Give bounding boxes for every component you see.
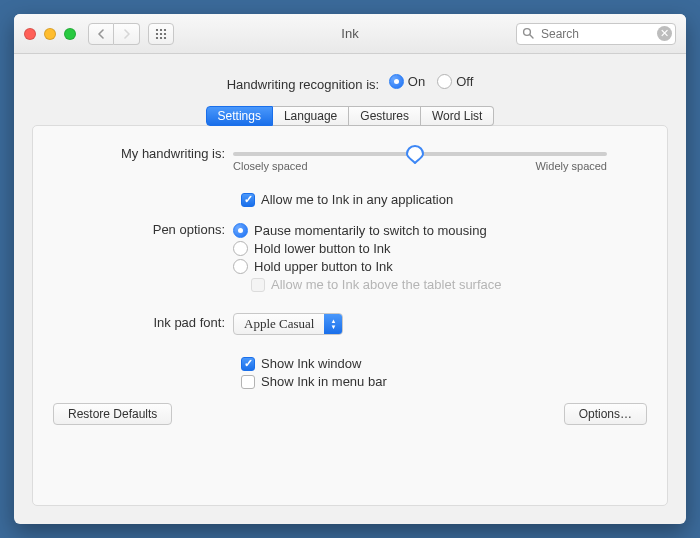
- zoom-button[interactable]: [64, 28, 76, 40]
- panel-footer: Restore Defaults Options…: [53, 403, 647, 425]
- handwriting-row: My handwriting is: Closely spaced Widely…: [53, 144, 647, 184]
- svg-point-5: [164, 32, 166, 34]
- checkbox-icon: [241, 375, 255, 389]
- svg-point-7: [160, 36, 162, 38]
- above-surface-checkbox: Allow me to Ink above the tablet surface: [233, 277, 647, 292]
- font-value: Apple Casual: [234, 316, 324, 332]
- chevron-left-icon: [97, 29, 105, 39]
- clear-search-button[interactable]: ✕: [657, 26, 672, 41]
- nav-buttons: [88, 23, 140, 45]
- slider-thumb-icon: [405, 144, 425, 164]
- window-controls: [24, 28, 76, 40]
- radio-icon: [233, 241, 248, 256]
- checkbox-icon: [251, 278, 265, 292]
- pen-option-lower-label: Hold lower button to Ink: [254, 241, 391, 256]
- chevron-right-icon: [123, 29, 131, 39]
- show-menubar-checkbox[interactable]: Show Ink in menu bar: [241, 374, 647, 389]
- svg-line-10: [530, 34, 533, 37]
- show-menubar-label: Show Ink in menu bar: [261, 374, 387, 389]
- chevron-up-down-icon: ▲▼: [324, 314, 342, 334]
- pen-option-pause-label: Pause momentarily to switch to mousing: [254, 223, 487, 238]
- radio-icon: [233, 259, 248, 274]
- show-window-label: Show Ink window: [261, 356, 361, 371]
- show-window-checkbox[interactable]: Show Ink window: [241, 356, 647, 371]
- forward-button[interactable]: [114, 23, 140, 45]
- tab-gestures[interactable]: Gestures: [349, 106, 421, 126]
- pen-option-upper-label: Hold upper button to Ink: [254, 259, 393, 274]
- pen-option-lower-radio[interactable]: Hold lower button to Ink: [233, 241, 647, 256]
- pen-option-pause-radio[interactable]: Pause momentarily to switch to mousing: [233, 223, 647, 238]
- radio-icon: [233, 223, 248, 238]
- font-label: Ink pad font:: [53, 313, 233, 330]
- checkbox-icon: [241, 193, 255, 207]
- preferences-window: Ink ✕ Handwriting recognition is: On Off: [14, 14, 686, 524]
- radio-icon: [437, 74, 452, 89]
- slider-max-label: Widely spaced: [535, 160, 607, 172]
- tab-language[interactable]: Language: [273, 106, 349, 126]
- search-wrap: ✕: [516, 23, 676, 45]
- slider-min-label: Closely spaced: [233, 160, 308, 172]
- recognition-on-label: On: [408, 74, 425, 89]
- svg-point-2: [164, 28, 166, 30]
- radio-icon: [389, 74, 404, 89]
- tab-settings[interactable]: Settings: [206, 106, 273, 126]
- pen-option-upper-radio[interactable]: Hold upper button to Ink: [233, 259, 647, 274]
- tab-word-list[interactable]: Word List: [421, 106, 494, 126]
- recognition-on-radio[interactable]: On: [389, 74, 425, 89]
- settings-panel: My handwriting is: Closely spaced Widely…: [32, 125, 668, 506]
- close-button[interactable]: [24, 28, 36, 40]
- svg-point-4: [160, 32, 162, 34]
- pen-options-row: Pen options: Pause momentarily to switch…: [53, 220, 647, 295]
- svg-point-0: [156, 28, 158, 30]
- search-input[interactable]: [516, 23, 676, 45]
- recognition-off-label: Off: [456, 74, 473, 89]
- show-all-button[interactable]: [148, 23, 174, 45]
- checkbox-icon: [241, 357, 255, 371]
- font-row: Ink pad font: Apple Casual ▲▼: [53, 313, 647, 335]
- above-surface-label: Allow me to Ink above the tablet surface: [271, 277, 502, 292]
- slider-thumb[interactable]: [405, 144, 425, 164]
- recognition-radiogroup: On Off: [383, 74, 473, 89]
- options-button[interactable]: Options…: [564, 403, 647, 425]
- pen-options-label: Pen options:: [53, 220, 233, 237]
- allow-any-app-checkbox[interactable]: Allow me to Ink in any application: [241, 192, 647, 207]
- tab-bar: Settings Language Gestures Word List: [32, 106, 668, 126]
- svg-point-6: [156, 36, 158, 38]
- minimize-button[interactable]: [44, 28, 56, 40]
- allow-any-app-label: Allow me to Ink in any application: [261, 192, 453, 207]
- content-area: Handwriting recognition is: On Off Setti…: [14, 54, 686, 524]
- titlebar: Ink ✕: [14, 14, 686, 54]
- svg-point-1: [160, 28, 162, 30]
- handwriting-slider[interactable]: [233, 152, 607, 156]
- recognition-row: Handwriting recognition is: On Off: [32, 74, 668, 92]
- search-icon: [522, 27, 534, 42]
- handwriting-label: My handwriting is:: [53, 144, 233, 161]
- svg-point-8: [164, 36, 166, 38]
- restore-defaults-button[interactable]: Restore Defaults: [53, 403, 172, 425]
- grid-icon: [155, 28, 167, 40]
- recognition-off-radio[interactable]: Off: [437, 74, 473, 89]
- svg-point-3: [156, 32, 158, 34]
- back-button[interactable]: [88, 23, 114, 45]
- font-select[interactable]: Apple Casual ▲▼: [233, 313, 343, 335]
- recognition-label: Handwriting recognition is:: [227, 77, 379, 92]
